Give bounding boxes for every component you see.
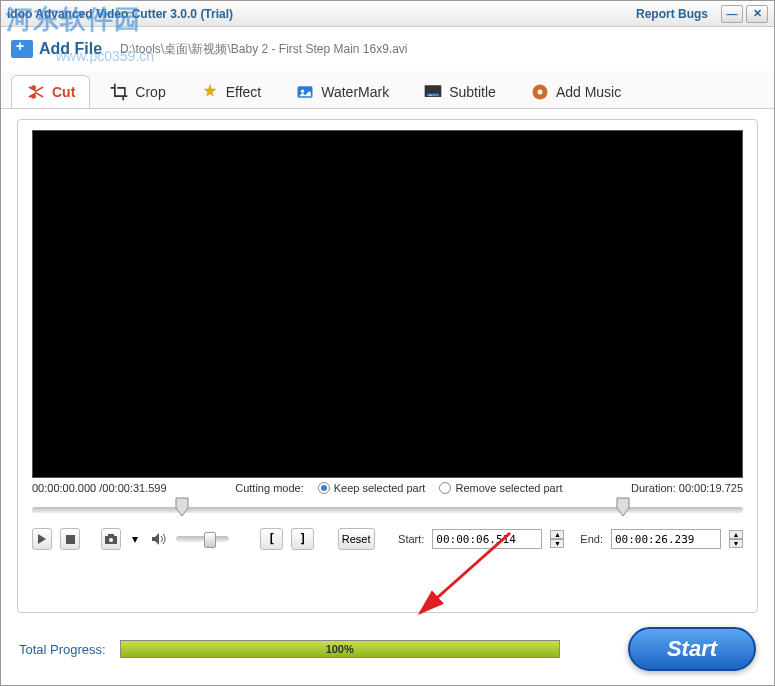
file-path: D:\tools\桌面\新视频\Baby 2 - First Step Main… xyxy=(120,41,407,58)
scissors-icon xyxy=(26,82,46,102)
cutting-mode-label: Cutting mode: xyxy=(235,482,303,494)
tab-effect-label: Effect xyxy=(226,84,262,100)
end-time-input[interactable] xyxy=(611,529,721,549)
time-info-row: 00:00:00.000 /00:00:31.599 Cutting mode:… xyxy=(32,478,743,494)
report-bugs-link[interactable]: Report Bugs xyxy=(636,7,708,21)
volume-icon[interactable] xyxy=(149,528,169,550)
controls-row: ▾ [ ] Reset Start: ▲▼ End: ▲▼ xyxy=(32,528,743,550)
playback-position: 00:00:00.000 /00:00:31.599 xyxy=(32,482,167,494)
close-button[interactable]: ✕ xyxy=(746,5,768,23)
window-title: idoo Advanced Video Cutter 3.0.0 (Trial) xyxy=(7,7,636,21)
play-button[interactable] xyxy=(32,528,52,550)
progress-bar: 100% xyxy=(120,640,560,658)
add-file-icon xyxy=(11,40,33,58)
range-slider[interactable] xyxy=(32,496,743,522)
tab-subtitle[interactable]: ST Subtitle xyxy=(408,75,511,108)
tab-watermark[interactable]: WaterMark xyxy=(280,75,404,108)
keep-selected-radio[interactable]: Keep selected part xyxy=(318,482,426,494)
stop-button[interactable] xyxy=(60,528,80,550)
tab-crop[interactable]: Crop xyxy=(94,75,180,108)
slider-end-handle[interactable] xyxy=(615,496,631,520)
tab-cut[interactable]: Cut xyxy=(11,75,90,108)
end-time-spinner[interactable]: ▲▼ xyxy=(729,530,743,548)
svg-point-10 xyxy=(109,538,113,542)
video-preview[interactable] xyxy=(32,130,743,478)
tab-crop-label: Crop xyxy=(135,84,165,100)
start-time-spinner[interactable]: ▲▼ xyxy=(550,530,564,548)
volume-slider[interactable] xyxy=(176,536,229,542)
file-toolbar: Add File D:\tools\桌面\新视频\Baby 2 - First … xyxy=(1,27,774,71)
add-file-button[interactable]: Add File xyxy=(11,40,102,58)
effect-icon xyxy=(200,82,220,102)
add-file-label: Add File xyxy=(39,40,102,58)
svg-rect-9 xyxy=(108,534,114,537)
snapshot-button[interactable] xyxy=(101,528,121,550)
subtitle-icon: ST xyxy=(423,82,443,102)
svg-point-6 xyxy=(537,90,542,95)
music-icon xyxy=(530,82,550,102)
progress-text: 100% xyxy=(121,641,559,657)
minimize-button[interactable]: — xyxy=(721,5,743,23)
start-time-input[interactable] xyxy=(432,529,542,549)
reset-button[interactable]: Reset xyxy=(338,528,375,550)
tab-cut-label: Cut xyxy=(52,84,75,100)
tab-subtitle-label: Subtitle xyxy=(449,84,496,100)
watermark-icon xyxy=(295,82,315,102)
tab-bar: Cut Crop Effect WaterMark ST Subtitle Ad… xyxy=(1,71,774,109)
end-time-label: End: xyxy=(580,533,603,545)
svg-text:ST: ST xyxy=(429,94,433,97)
snapshot-dropdown[interactable]: ▾ xyxy=(129,528,141,550)
editor-panel: 00:00:00.000 /00:00:31.599 Cutting mode:… xyxy=(17,119,758,613)
remove-selected-radio[interactable]: Remove selected part xyxy=(439,482,562,494)
start-button[interactable]: Start xyxy=(628,627,756,671)
start-time-label: Start: xyxy=(398,533,424,545)
tab-effect[interactable]: Effect xyxy=(185,75,277,108)
mark-out-button[interactable]: ] xyxy=(291,528,314,550)
svg-rect-7 xyxy=(66,535,75,544)
tab-add-music-label: Add Music xyxy=(556,84,621,100)
tab-add-music[interactable]: Add Music xyxy=(515,75,636,108)
titlebar: idoo Advanced Video Cutter 3.0.0 (Trial)… xyxy=(1,1,774,27)
mark-in-button[interactable]: [ xyxy=(260,528,283,550)
slider-start-handle[interactable] xyxy=(174,496,190,520)
duration-display: Duration: 00:00:19.725 xyxy=(631,482,743,494)
slider-track xyxy=(32,507,743,513)
progress-label: Total Progress: xyxy=(19,642,106,657)
svg-point-1 xyxy=(301,90,304,93)
crop-icon xyxy=(109,82,129,102)
tab-watermark-label: WaterMark xyxy=(321,84,389,100)
footer: Total Progress: 100% Start xyxy=(1,619,774,685)
